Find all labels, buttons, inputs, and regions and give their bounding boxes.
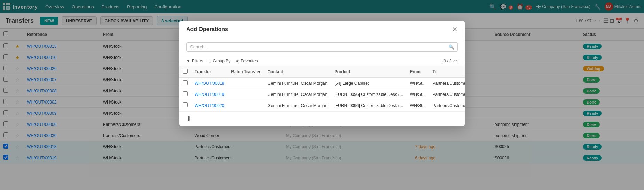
modal-table-header: Transfer Batch Transfer Contact Product … <box>179 66 465 77</box>
favorites-label: Favorites <box>241 59 258 63</box>
modal-col-batch: Batch Transfer <box>228 66 264 77</box>
modal-row-contact: Gemini Furniture, Oscar Morgan <box>264 77 331 89</box>
modal-search-icon: 🔍 <box>448 44 454 50</box>
search-box: 🔍 <box>186 42 458 52</box>
modal-row-contact: Gemini Furniture, Oscar Morgan <box>264 100 331 111</box>
modal-row-batch <box>228 89 264 100</box>
modal-page-info: 1-3 / 3 <box>440 59 452 63</box>
modal-table-row: WH/OUT/00020 Gemini Furniture, Oscar Mor… <box>179 100 465 111</box>
modal-row-from: WH/St... <box>407 100 429 111</box>
modal-row-from: WH/St... <box>407 89 429 100</box>
modal-prev-button[interactable]: ‹ <box>453 58 455 64</box>
group-by-label: Group By <box>213 59 231 63</box>
star-icon: ★ <box>235 59 239 63</box>
modal-search-input[interactable] <box>190 44 446 50</box>
modal-row-transfer[interactable]: WH/OUT/00020 <box>195 103 224 108</box>
modal-select-all[interactable] <box>183 69 188 74</box>
group-by-button[interactable]: ⊞ Group By <box>208 59 231 63</box>
filters-button[interactable]: ▼ Filters <box>186 59 203 63</box>
modal-row-batch <box>228 77 264 89</box>
modal-row-to: Partners/Customers <box>429 100 465 111</box>
modal-overlay: Add Operations ✕ 🔍 ▼ Filters ⊞ Group By … <box>0 0 644 164</box>
modal-col-product: Product <box>331 66 406 77</box>
modal-col-to: To <box>429 66 465 77</box>
modal-row-batch <box>228 100 264 111</box>
filters-label: Filters <box>192 59 203 63</box>
download-icon[interactable]: ⬇ <box>186 115 191 123</box>
modal-table-row: WH/OUT/00018 Gemini Furniture, Oscar Mor… <box>179 77 465 89</box>
modal-row-transfer[interactable]: WH/OUT/00019 <box>195 92 224 97</box>
modal-pagination: 1-3 / 3 ‹ › <box>440 58 458 64</box>
modal-row-to: Partners/Customers <box>429 89 465 100</box>
add-operations-modal: Add Operations ✕ 🔍 ▼ Filters ⊞ Group By … <box>179 21 465 126</box>
modal-row-checkbox[interactable] <box>183 91 188 96</box>
filter-icon: ▼ <box>186 59 190 63</box>
modal-search-area: 🔍 <box>179 38 465 56</box>
modal-close-button[interactable]: ✕ <box>452 26 458 33</box>
modal-title: Add Operations <box>186 26 452 32</box>
modal-filters-bar: ▼ Filters ⊞ Group By ★ Favorites 1-3 / 3… <box>179 56 465 66</box>
modal-col-from: From <box>407 66 429 77</box>
modal-footer: ⬇ <box>179 111 465 126</box>
modal-row-checkbox[interactable] <box>183 102 188 107</box>
modal-table-wrap: Transfer Batch Transfer Contact Product … <box>179 66 465 111</box>
modal-row-product: [FURN_0096] Customizable Desk (... <box>331 100 406 111</box>
modal-header: Add Operations ✕ <box>179 21 465 38</box>
modal-row-product: [54] Large Cabinet <box>331 77 406 89</box>
modal-col-transfer: Transfer <box>191 66 228 77</box>
modal-table-row: WH/OUT/00019 Gemini Furniture, Oscar Mor… <box>179 89 465 100</box>
modal-row-checkbox[interactable] <box>183 80 188 85</box>
modal-col-contact: Contact <box>264 66 331 77</box>
modal-next-button[interactable]: › <box>456 58 458 64</box>
modal-row-to: Partners/Customers <box>429 77 465 89</box>
group-icon: ⊞ <box>208 59 212 63</box>
modal-row-contact: Gemini Furniture, Oscar Morgan <box>264 89 331 100</box>
modal-row-product: [FURN_0096] Customizable Desk (... <box>331 89 406 100</box>
favorites-button[interactable]: ★ Favorites <box>235 59 258 63</box>
modal-row-from: WH/St... <box>407 77 429 89</box>
modal-operations-table: Transfer Batch Transfer Contact Product … <box>179 66 465 111</box>
modal-row-transfer[interactable]: WH/OUT/00018 <box>195 81 224 86</box>
